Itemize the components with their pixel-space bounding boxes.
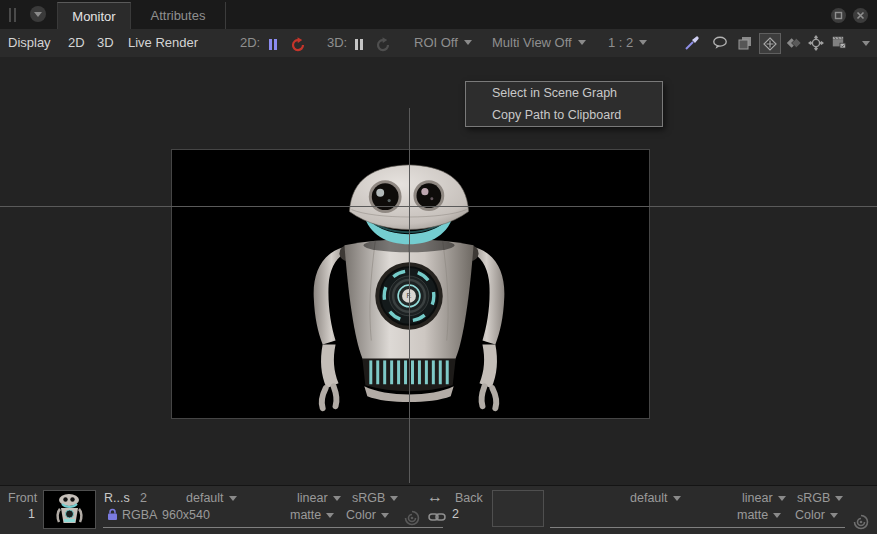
- menu-3d[interactable]: 3D: [97, 35, 114, 50]
- front-preset-dropdown[interactable]: default: [186, 491, 237, 505]
- tab-attributes-label: Attributes: [151, 8, 206, 23]
- pause-3d-icon[interactable]: [355, 39, 364, 50]
- front-matte-value: matte: [290, 508, 321, 522]
- link-buffers-icon[interactable]: [428, 512, 446, 522]
- front-render-name: R...s: [104, 491, 130, 505]
- robot-thumbnail-image: [44, 491, 95, 528]
- chevron-down-icon: [673, 496, 681, 501]
- back-matte-dropdown[interactable]: matte: [737, 508, 781, 522]
- zoom-ratio-label: 1 : 2: [608, 35, 633, 50]
- front-section-slider[interactable]: [103, 527, 443, 528]
- buffer-bar: Front 1 R...s 2 RGBA 960x540 default lin…: [0, 485, 877, 534]
- panel-drag-handle[interactable]: [9, 8, 17, 22]
- front-colorspace-value: linear: [297, 491, 328, 505]
- comment-bubble-icon[interactable]: [712, 35, 728, 51]
- tab-attributes[interactable]: Attributes: [131, 2, 225, 29]
- back-matte-value: matte: [737, 508, 768, 522]
- front-resolution: 960x540: [162, 508, 210, 522]
- back-display-dropdown[interactable]: sRGB: [797, 491, 843, 505]
- pause-2d-icon[interactable]: [269, 39, 278, 50]
- tab-monitor[interactable]: Monitor: [57, 2, 131, 29]
- back-slot-number: 2: [452, 507, 459, 521]
- swap-buffers-icon[interactable]: ↔: [427, 488, 443, 506]
- front-channel-view-value: Color: [346, 508, 376, 522]
- back-colorspace-value: linear: [742, 491, 773, 505]
- refresh-2d-icon[interactable]: [290, 37, 306, 53]
- front-display-value: sRGB: [352, 491, 385, 505]
- label-3d-render: 3D:: [327, 35, 347, 50]
- front-preset-value: default: [186, 491, 224, 505]
- chevron-down-icon: [229, 496, 237, 501]
- tab-strip: Monitor Attributes: [0, 0, 877, 29]
- chevron-down-icon: [778, 496, 786, 501]
- eyedropper-icon[interactable]: [684, 35, 700, 51]
- chevron-down-icon: [464, 40, 472, 45]
- tab-monitor-label: Monitor: [72, 9, 115, 24]
- monitor-toolbar: Display 2D 3D Live Render 2D: 3D: ROI Of…: [0, 29, 877, 57]
- render-swirl-icon[interactable]: [404, 510, 420, 526]
- render-image-area[interactable]: F.: [171, 149, 650, 419]
- robot-render-image: F.: [172, 150, 649, 418]
- back-section-slider[interactable]: [550, 527, 845, 528]
- roi-dropdown[interactable]: ROI Off: [414, 35, 472, 50]
- refresh-3d-icon[interactable]: [375, 37, 391, 53]
- chevron-down-icon: [773, 513, 781, 518]
- front-render-count: 2: [140, 491, 147, 505]
- chevron-down-icon: [326, 513, 334, 518]
- menu-display[interactable]: Display: [8, 35, 51, 50]
- menu-item-copy-path-to-clipboard[interactable]: Copy Path to Clipboard: [466, 104, 662, 126]
- front-slot-label: Front: [8, 491, 37, 505]
- back-display-value: sRGB: [797, 491, 830, 505]
- front-buffer-thumbnail[interactable]: [43, 490, 96, 529]
- render-settings-icon[interactable]: [832, 34, 848, 50]
- chevron-down-icon: [390, 496, 398, 501]
- zoom-ratio-dropdown[interactable]: 1 : 2: [608, 35, 647, 50]
- multi-view-label: Multi View Off: [492, 35, 572, 50]
- chevron-down-icon: [639, 40, 647, 45]
- menu-item-select-in-scene-graph[interactable]: Select in Scene Graph: [466, 82, 662, 104]
- lock-icon[interactable]: [107, 508, 118, 521]
- back-preset-dropdown[interactable]: default: [630, 491, 681, 505]
- center-target-icon[interactable]: [808, 35, 824, 51]
- compare-layers-icon[interactable]: [737, 35, 753, 51]
- chevron-down-icon: [381, 513, 389, 518]
- label-2d-render: 2D:: [240, 35, 260, 50]
- back-channel-view-dropdown[interactable]: Color: [795, 508, 838, 522]
- panel-menu-button[interactable]: [30, 6, 46, 22]
- chevron-down-icon: [333, 496, 341, 501]
- menu-2d[interactable]: 2D: [68, 35, 85, 50]
- chevron-down-icon: [578, 40, 586, 45]
- close-panel-button[interactable]: [853, 8, 868, 23]
- front-display-dropdown[interactable]: sRGB: [352, 491, 398, 505]
- back-buffer-thumbnail[interactable]: [492, 490, 544, 527]
- pan-tool-button[interactable]: [759, 33, 781, 54]
- roi-label: ROI Off: [414, 35, 458, 50]
- context-menu: Select in Scene Graph Copy Path to Clipb…: [465, 81, 663, 127]
- front-channel-view-dropdown[interactable]: Color: [346, 508, 389, 522]
- back-slot-label: Back: [455, 491, 483, 505]
- tab-divider: [225, 2, 226, 29]
- pan-diamond-icon: [763, 37, 777, 51]
- front-matte-dropdown[interactable]: matte: [290, 508, 334, 522]
- crosshair-vertical: [409, 108, 410, 483]
- maximize-icon: [834, 11, 843, 20]
- viewport[interactable]: F.: [0, 57, 877, 485]
- chevron-down-icon: [830, 513, 838, 518]
- double-diamond-icon[interactable]: [786, 35, 802, 51]
- render-settings-chevron-icon[interactable]: [862, 41, 870, 46]
- chevron-down-icon: [835, 496, 843, 501]
- render-swirl-icon[interactable]: [853, 514, 869, 530]
- front-channels: RGBA: [122, 508, 157, 522]
- back-channel-view-value: Color: [795, 508, 825, 522]
- monitor-panel: Monitor Attributes Display 2D 3D Live Re…: [0, 0, 877, 534]
- chevron-down-icon: [34, 12, 42, 17]
- menu-live-render[interactable]: Live Render: [128, 35, 198, 50]
- front-colorspace-dropdown[interactable]: linear: [297, 491, 341, 505]
- front-slot-number: 1: [28, 507, 35, 521]
- back-preset-value: default: [630, 491, 668, 505]
- crosshair-horizontal: [0, 206, 877, 207]
- float-panel-button[interactable]: [831, 8, 846, 23]
- close-icon: [856, 11, 865, 20]
- multi-view-dropdown[interactable]: Multi View Off: [492, 35, 586, 50]
- back-colorspace-dropdown[interactable]: linear: [742, 491, 786, 505]
